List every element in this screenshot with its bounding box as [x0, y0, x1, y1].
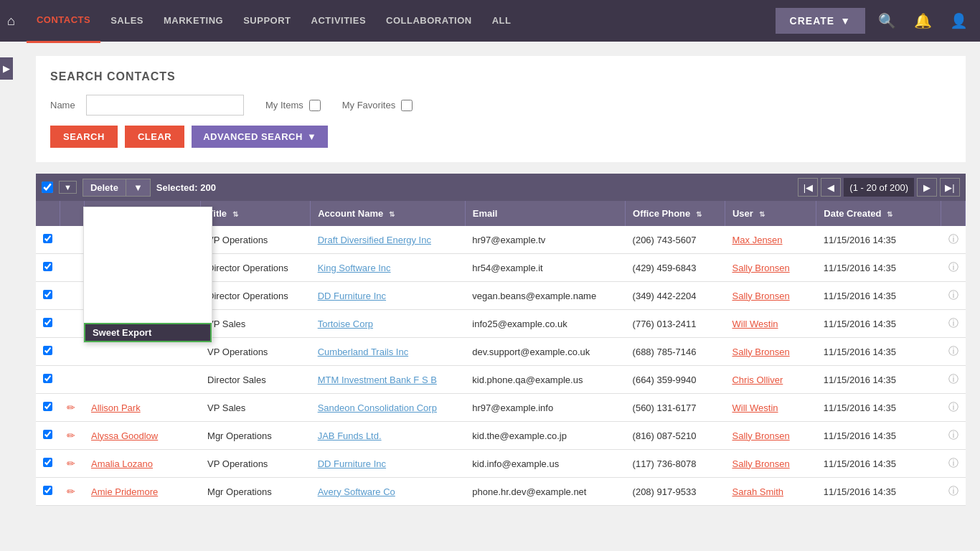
- info-icon[interactable]: ⓘ: [948, 429, 958, 442]
- account-link[interactable]: Cumberland Trails Inc: [318, 347, 408, 357]
- user-link[interactable]: Max Jensen: [732, 235, 782, 245]
- name-input[interactable]: [86, 95, 244, 116]
- nav-marketing[interactable]: MARKETING: [154, 0, 233, 42]
- contact-name-link[interactable]: Alyssa Goodlow: [91, 430, 158, 441]
- nav-sales[interactable]: SALES: [100, 0, 154, 42]
- menu-email[interactable]: Email: [84, 207, 212, 224]
- row-checkbox[interactable]: [43, 234, 52, 243]
- col-header-account[interactable]: Account Name ⇅: [311, 201, 466, 226]
- menu-add-to-target-list[interactable]: Add To Target List: [84, 257, 212, 273]
- edit-icon[interactable]: ✏: [67, 430, 75, 441]
- row-checkbox[interactable]: [43, 374, 52, 383]
- delete-dropdown-arrow[interactable]: ▼: [126, 179, 150, 196]
- col-header-title[interactable]: Title ⇅: [200, 201, 311, 226]
- user-sort-icon: ⇅: [759, 210, 765, 218]
- account-link[interactable]: Tortoise Corp: [318, 319, 373, 329]
- menu-export[interactable]: Export: [84, 290, 212, 306]
- account-link[interactable]: JAB Funds Ltd.: [318, 430, 382, 441]
- row-checkbox[interactable]: [43, 262, 52, 271]
- name-label: Name: [50, 100, 79, 110]
- row-date-cell: 11/15/2016 14:35: [816, 366, 941, 394]
- last-page-button[interactable]: ▶|: [940, 178, 960, 197]
- my-favorites-label: My Favorites: [342, 100, 395, 110]
- info-icon[interactable]: ⓘ: [948, 261, 958, 274]
- contact-name-link[interactable]: Amalia Lozano: [91, 458, 153, 469]
- account-link[interactable]: Avery Software Co: [318, 486, 395, 497]
- table-row: ✏ Allison Park VP Sales Sandeon Consolid…: [36, 394, 966, 422]
- info-icon[interactable]: ⓘ: [948, 345, 958, 358]
- select-dropdown-arrow[interactable]: ▼: [59, 181, 77, 194]
- user-link[interactable]: Sally Bronsen: [732, 458, 789, 469]
- info-icon[interactable]: ⓘ: [948, 317, 958, 330]
- nav-all[interactable]: ALL: [482, 0, 522, 42]
- user-link[interactable]: Sally Bronsen: [732, 347, 789, 357]
- nav-activities[interactable]: ACTIVITIES: [301, 0, 377, 42]
- info-icon[interactable]: ⓘ: [948, 289, 958, 302]
- contact-name-link[interactable]: Allison Park: [91, 402, 141, 413]
- contact-name-link[interactable]: Amie Pridemore: [91, 486, 158, 497]
- select-all-checkbox[interactable]: [42, 182, 53, 193]
- row-checkbox[interactable]: [43, 430, 52, 439]
- user-link[interactable]: Chris Olliver: [732, 375, 783, 385]
- user-profile-icon-btn[interactable]: 👤: [944, 6, 973, 35]
- row-account-cell: Tortoise Corp: [311, 310, 466, 338]
- row-checkbox[interactable]: [43, 318, 52, 327]
- info-icon[interactable]: ⓘ: [948, 401, 958, 414]
- col-header-date[interactable]: Date Created ⇅: [816, 201, 941, 226]
- row-edit-cell: [60, 366, 84, 394]
- advanced-search-button[interactable]: ADVANCED SEARCH ▼: [192, 126, 328, 148]
- account-link[interactable]: DD Furniture Inc: [318, 458, 386, 469]
- row-edit-cell: [60, 226, 84, 254]
- my-items-checkbox[interactable]: [309, 100, 321, 111]
- home-button[interactable]: ⌂: [7, 14, 15, 29]
- col-header-user[interactable]: User ⇅: [725, 201, 816, 226]
- user-link[interactable]: Sarah Smith: [732, 486, 783, 497]
- account-link[interactable]: King Software Inc: [318, 263, 391, 273]
- user-link[interactable]: Sally Bronsen: [732, 263, 789, 273]
- first-page-button[interactable]: |◀: [798, 178, 818, 197]
- info-icon[interactable]: ⓘ: [948, 233, 958, 246]
- prev-page-button[interactable]: ◀: [821, 178, 841, 197]
- edit-icon[interactable]: ✏: [67, 402, 75, 413]
- account-link[interactable]: DD Furniture Inc: [318, 291, 386, 301]
- create-button[interactable]: CREATE ▼: [776, 8, 865, 34]
- menu-map[interactable]: Map: [84, 306, 212, 323]
- user-link[interactable]: Will Westin: [732, 402, 778, 413]
- account-link[interactable]: Draft Diversified Energy Inc: [318, 235, 431, 245]
- edit-icon[interactable]: ✏: [67, 458, 75, 469]
- info-icon[interactable]: ⓘ: [948, 485, 958, 498]
- row-phone-cell: (664) 359-9940: [626, 366, 725, 394]
- edit-icon[interactable]: ✏: [67, 486, 75, 497]
- next-page-button[interactable]: ▶: [917, 178, 937, 197]
- col-header-email[interactable]: Email: [465, 201, 625, 226]
- search-icon-btn[interactable]: 🔍: [872, 6, 901, 35]
- menu-generate-letter[interactable]: Generate Letter: [84, 273, 212, 290]
- nav-collaboration[interactable]: COLLABORATION: [376, 0, 482, 42]
- nav-contacts[interactable]: CONTACTS: [27, 0, 100, 43]
- user-link[interactable]: Sally Bronsen: [732, 430, 789, 441]
- row-checkbox[interactable]: [43, 402, 52, 411]
- row-checkbox[interactable]: [43, 346, 52, 355]
- clear-button[interactable]: CLEAR: [125, 126, 184, 148]
- user-link[interactable]: Will Westin: [732, 319, 778, 329]
- row-checkbox[interactable]: [43, 486, 52, 495]
- row-checkbox[interactable]: [43, 290, 52, 299]
- search-button[interactable]: SEARCH: [50, 126, 118, 148]
- nav-support[interactable]: SUPPORT: [233, 0, 301, 42]
- sidebar-toggle[interactable]: ▶: [0, 57, 13, 80]
- row-checkbox[interactable]: [43, 458, 52, 467]
- delete-label[interactable]: Delete: [83, 179, 126, 196]
- col-header-phone[interactable]: Office Phone ⇅: [626, 201, 725, 226]
- account-link[interactable]: Sandeon Consolidation Corp: [318, 402, 437, 413]
- menu-merge[interactable]: Merge: [84, 240, 212, 257]
- user-link[interactable]: Sally Bronsen: [732, 291, 789, 301]
- info-icon[interactable]: ⓘ: [948, 373, 958, 386]
- my-favorites-checkbox[interactable]: [401, 100, 413, 111]
- notifications-icon-btn[interactable]: 🔔: [908, 6, 937, 35]
- search-actions: SEARCH CLEAR ADVANCED SEARCH ▼: [50, 126, 951, 148]
- table-row: ✏ Amie Pridemore Mgr Operations Avery So…: [36, 478, 966, 506]
- menu-sweet-export[interactable]: Sweet Export: [84, 323, 212, 342]
- menu-mass-update[interactable]: Mass Update: [84, 224, 212, 240]
- account-link[interactable]: MTM Investment Bank F S B: [318, 375, 437, 385]
- info-icon[interactable]: ⓘ: [948, 457, 958, 470]
